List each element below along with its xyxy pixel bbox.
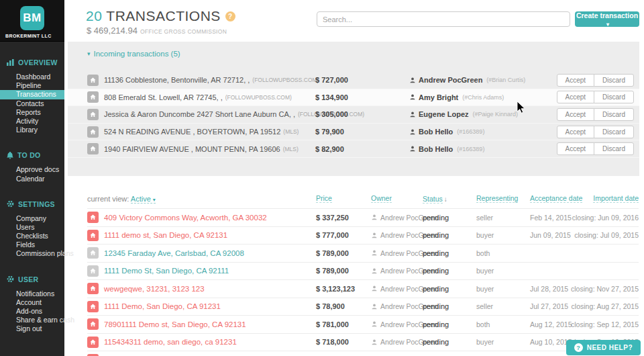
transaction-address-link[interactable]: 78901111 Demo st, San Diego, CA 92131 <box>104 316 246 333</box>
discard-button[interactable]: Discard <box>594 142 634 155</box>
discard-button[interactable]: Discard <box>594 74 634 87</box>
sidebar-item[interactable]: Fields <box>0 240 64 249</box>
transaction-price: $ 78,900 <box>316 298 345 316</box>
sidebar-item[interactable]: Share & earn cash <box>0 316 64 324</box>
incoming-row: Jessica & Aaron Duncombe 2427 Short Lane… <box>68 106 639 124</box>
create-transaction-button[interactable]: Create transaction ▾ <box>575 11 639 27</box>
office-gross-commission: $ 469,214.94OFFICE GROSS COMMISSION <box>87 26 227 36</box>
search-input[interactable] <box>317 11 570 27</box>
transaction-acceptance-date: Jul 28, 2015 <box>530 280 568 298</box>
person-icon <box>371 232 378 239</box>
sidebar-item[interactable]: Library <box>0 126 64 134</box>
sidebar-item[interactable]: Sign out <box>0 324 64 333</box>
home-icon <box>87 244 99 262</box>
person-icon <box>409 145 416 152</box>
transaction-address-link[interactable]: 1111 Demo, San Diego, CA 91231 <box>104 298 221 316</box>
accept-button[interactable]: Accept <box>557 74 595 87</box>
table-row: 123123 demo st, san diego, ca 91231 $ 75… <box>87 351 639 356</box>
accept-button[interactable]: Accept <box>557 142 595 155</box>
row-actions: AcceptDiscard <box>557 89 634 106</box>
sidebar-item[interactable]: Add-ons <box>0 307 64 316</box>
sidebar-item[interactable]: Approve docs <box>0 165 64 174</box>
person-icon <box>371 285 378 292</box>
todo-nav: Approve docsCalendar <box>0 165 64 183</box>
transaction-address-link[interactable]: 409 Victory Commons Way, Acworth, GA 300… <box>104 209 267 226</box>
transaction-price: $ 3,123,123 <box>316 280 355 298</box>
transaction-status: pending <box>423 334 449 351</box>
incoming-transactions-panel: ▾Incoming transactions (5) 11136 Cobbles… <box>68 42 639 176</box>
transaction-important-date: closing: Sep 12, 2015 <box>571 316 639 333</box>
table-row: wewgeqwe, 31231, 3123 123 $ 3,123,123 An… <box>87 279 639 298</box>
column-header-important-date[interactable]: Important date <box>593 194 639 203</box>
sidebar-item[interactable]: Reports <box>0 108 64 117</box>
table-row: 115434311 demo, san diego, ca 91231 $ 71… <box>87 333 639 351</box>
sidebar-item[interactable]: Company <box>0 214 64 223</box>
sidebar-item[interactable]: Pipeline <box>0 81 64 90</box>
home-icon <box>87 140 99 157</box>
sidebar-item[interactable]: Account <box>0 298 64 307</box>
help-badge-icon[interactable]: ? <box>225 11 235 21</box>
column-header-price[interactable]: Price <box>316 194 332 203</box>
column-header-acceptance-date[interactable]: Acceptance date <box>530 194 582 203</box>
home-icon <box>87 280 99 298</box>
discard-button[interactable]: Discard <box>594 108 634 121</box>
home-icon <box>87 316 99 333</box>
person-icon <box>371 339 378 346</box>
incoming-owner: Eugene Lopez(#Paige Kinnard) <box>409 106 518 123</box>
incoming-rows: 11136 Cobblestone, Bentonville, AR 72712… <box>68 72 639 158</box>
incoming-price: $ 305,000 <box>315 106 348 123</box>
incoming-transactions-toggle[interactable]: ▾Incoming transactions (5) <box>87 50 180 58</box>
incoming-row: 524 N READING AVENUE , BOYERTOWN, PA 195… <box>68 124 639 141</box>
table-row: 12345 Faraday Ave, Carlsbad, CA 92008 $ … <box>87 244 639 262</box>
column-header-status[interactable]: Status↓ <box>423 195 447 203</box>
sidebar-item[interactable]: Dashboard <box>0 73 64 81</box>
transaction-address-link[interactable]: 123123 demo st, san diego, ca 91231 <box>104 351 233 356</box>
section-overview: OVERVIEW <box>0 58 64 66</box>
transaction-status: pending <box>423 280 449 298</box>
column-header-representing[interactable]: Representing <box>476 194 518 203</box>
sidebar-item[interactable]: Users <box>0 223 64 232</box>
sidebar-item[interactable]: Contacts <box>0 99 64 108</box>
discard-button[interactable]: Discard <box>594 91 634 103</box>
home-icon <box>87 124 99 140</box>
accept-button[interactable]: Accept <box>557 126 595 138</box>
incoming-owner: Bob Hello(#166389) <box>409 140 484 157</box>
chevron-down-icon: ▾ <box>153 197 156 203</box>
transaction-address-link[interactable]: 1111 Demo St, San Diego, CA 92111 <box>104 263 229 280</box>
transaction-address-link[interactable]: 12345 Faraday Ave, Carlsbad, CA 92008 <box>104 244 244 262</box>
user-gear-icon <box>7 275 14 283</box>
sidebar-item[interactable]: Commission plans <box>0 249 64 258</box>
owner-note: (#Brian Curtis) <box>486 77 525 83</box>
home-icon <box>87 263 99 280</box>
column-header-owner[interactable]: Owner <box>371 194 392 203</box>
incoming-row: 808 Emerald St. Lowell, AR 72745, ,(FOLL… <box>68 89 639 107</box>
accept-button[interactable]: Accept <box>557 91 595 103</box>
need-help-button[interactable]: ? NEED HELP? <box>566 340 641 355</box>
home-icon <box>87 209 99 226</box>
transaction-status: pending <box>423 244 449 262</box>
commission-label: OFFICE GROSS COMMISSION <box>140 28 227 35</box>
transaction-address-link[interactable]: 1111 demo st, San Diego, CA 92131 <box>104 227 227 244</box>
page-title: 20TRANSACTIONS? <box>86 8 235 24</box>
transaction-address-link[interactable]: 115434311 demo, san diego, ca 91231 <box>104 334 237 351</box>
home-icon <box>87 227 99 244</box>
incoming-address: 11136 Cobblestone, Bentonville, AR 72712… <box>104 72 319 89</box>
settings-nav: CompanyUsersChecklistsFieldsCommission p… <box>0 214 64 259</box>
sidebar-item[interactable]: Calendar <box>0 175 64 183</box>
transaction-status: pending <box>423 298 449 316</box>
sidebar: BM BROKERMINT LLC OVERVIEW DashboardPipe… <box>0 0 64 356</box>
accept-button[interactable]: Accept <box>557 108 595 121</box>
person-icon <box>409 77 416 84</box>
sidebar-item[interactable]: Checklists <box>0 232 64 240</box>
sidebar-item[interactable]: Transactions <box>0 90 64 99</box>
row-actions: AcceptDiscard <box>557 124 634 140</box>
incoming-row: 1940 FAIRVIEW AVENUE , MOUNT PENN, PA 19… <box>68 140 639 158</box>
transaction-representing: both <box>476 244 490 262</box>
view-filter-dropdown[interactable]: Active ▾ <box>131 195 156 204</box>
sidebar-item[interactable]: Activity <box>0 117 64 126</box>
sidebar-item[interactable]: Notifications <box>0 290 64 298</box>
transaction-representing: buyer <box>476 263 494 280</box>
transaction-address-link[interactable]: wewgeqwe, 31231, 3123 123 <box>104 280 205 298</box>
discard-button[interactable]: Discard <box>594 126 634 138</box>
transaction-representing: buyer <box>476 227 494 244</box>
